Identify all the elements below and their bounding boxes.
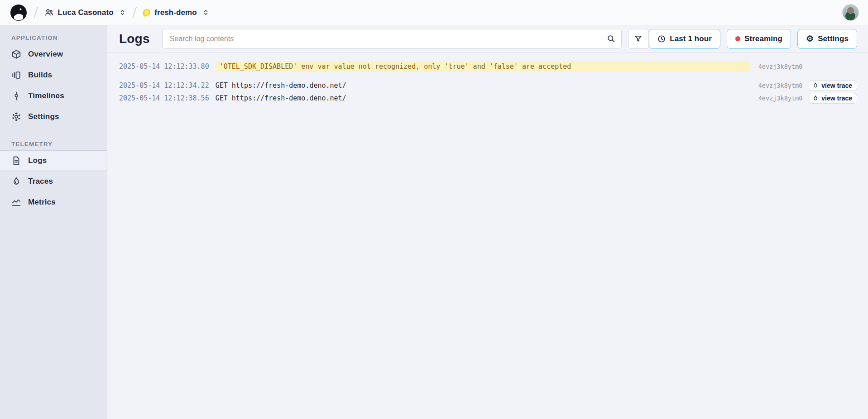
log-message: GET https://fresh-demo.deno.net/ — [216, 81, 750, 90]
search-icon — [607, 34, 615, 43]
unfold-icon[interactable] — [119, 9, 126, 16]
chart-icon — [11, 197, 21, 207]
flame-icon — [812, 95, 819, 101]
search-button[interactable] — [601, 29, 622, 49]
log-timestamp: 2025-05-14 12:12:33.80 — [119, 62, 209, 71]
sidebar-item-overview[interactable]: Overview — [0, 44, 107, 65]
log-search-group — [162, 29, 649, 49]
org-name: Luca Casonato — [58, 8, 114, 17]
funnel-icon — [634, 34, 643, 43]
sidebar-section-telemetry: TELEMETRY Logs Traces — [0, 141, 107, 213]
filter-button[interactable] — [628, 29, 649, 49]
topbar: Luca Casonato fresh-demo — [0, 0, 868, 25]
view-trace-button[interactable]: view trace — [809, 93, 857, 104]
log-row[interactable]: 2025-05-14 12:12:33.80 'OTEL_SDK_DISABLE… — [119, 61, 857, 72]
log-row[interactable]: 2025-05-14 12:12:34.22 GET https://fresh… — [119, 80, 857, 91]
document-icon — [11, 156, 21, 166]
breadcrumb-project[interactable]: fresh-demo — [143, 8, 209, 17]
log-timestamp: 2025-05-14 12:12:34.22 — [119, 81, 209, 90]
flame-icon — [812, 82, 819, 89]
user-avatar[interactable] — [842, 4, 859, 21]
cube-icon — [11, 49, 21, 59]
main-content: Logs — [107, 25, 868, 419]
sidebar-item-settings[interactable]: Settings — [0, 106, 107, 127]
gear-icon — [11, 112, 21, 122]
log-message: GET https://fresh-demo.deno.net/ — [216, 94, 750, 102]
sidebar-item-traces[interactable]: Traces — [0, 171, 107, 192]
log-timestamp: 2025-05-14 12:12:38.56 — [119, 94, 209, 102]
flame-icon — [11, 176, 21, 186]
log-row[interactable]: 2025-05-14 12:12:38.56 GET https://fresh… — [119, 92, 857, 104]
search-input[interactable] — [162, 29, 601, 49]
log-instance-id: 4evzj3k8ytm0 — [758, 63, 803, 70]
breadcrumb-separator — [132, 7, 136, 18]
streaming-indicator-dot — [735, 36, 740, 41]
builds-icon — [11, 70, 21, 80]
timeline-icon — [11, 91, 21, 101]
project-name: fresh-demo — [154, 8, 197, 17]
unfold-icon[interactable] — [202, 9, 209, 16]
time-range-button[interactable]: Last 1 hour — [649, 29, 720, 49]
deno-logo[interactable] — [10, 4, 27, 21]
sidebar-item-timelines[interactable]: Timelines — [0, 86, 107, 106]
view-trace-button[interactable]: view trace — [809, 80, 857, 91]
gear-icon: ⚙ — [806, 34, 814, 43]
sidebar: APPLICATION Overview Builds — [0, 25, 107, 419]
log-settings-button[interactable]: ⚙ Settings — [797, 29, 857, 49]
sidebar-section-application: APPLICATION Overview Builds — [0, 34, 107, 127]
section-label-telemetry: TELEMETRY — [0, 141, 107, 150]
section-label-application: APPLICATION — [0, 34, 107, 44]
fresh-lemon-icon — [142, 8, 151, 17]
streaming-button[interactable]: Streaming — [727, 29, 791, 49]
breadcrumb-separator — [34, 7, 38, 18]
log-list: 2025-05-14 12:12:33.80 'OTEL_SDK_DISABLE… — [107, 52, 868, 105]
sidebar-item-builds[interactable]: Builds — [0, 65, 107, 86]
breadcrumb-org[interactable]: Luca Casonato — [44, 8, 126, 17]
team-icon — [44, 8, 54, 17]
clock-icon — [657, 35, 666, 43]
log-instance-id: 4evzj3k8ytm0 — [758, 82, 803, 89]
header-actions: Last 1 hour Streaming ⚙ Settings — [649, 29, 857, 49]
log-instance-id: 4evzj3k8ytm0 — [758, 95, 803, 102]
page-title: Logs — [119, 32, 150, 46]
sidebar-item-logs[interactable]: Logs — [0, 150, 107, 171]
sidebar-item-metrics[interactable]: Metrics — [0, 192, 107, 213]
log-message: 'OTEL_SDK_DISABLED' env var value not re… — [216, 61, 750, 72]
logs-header: Logs — [107, 25, 868, 52]
